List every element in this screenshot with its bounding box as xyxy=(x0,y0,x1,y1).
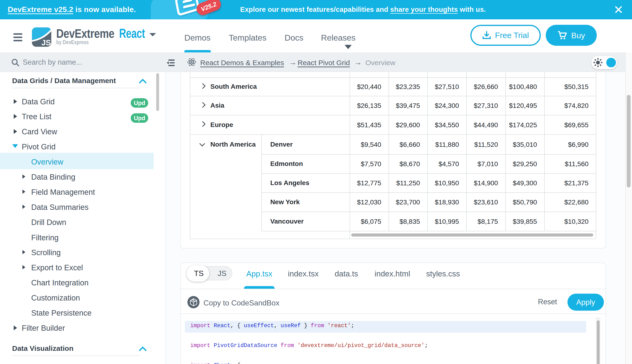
svg-text:JS: JS xyxy=(41,38,51,47)
